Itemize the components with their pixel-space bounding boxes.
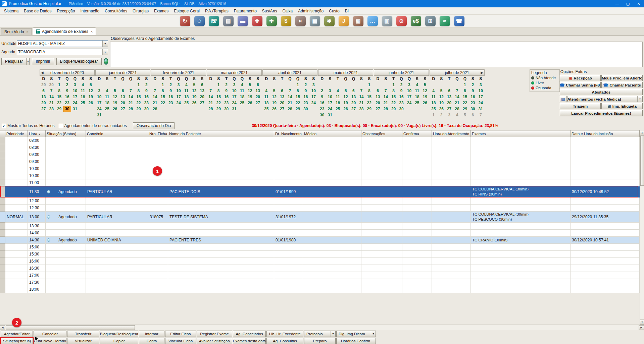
menu-item-administracao[interactable]: Administração	[295, 8, 326, 14]
calendar-day[interactable]: 16	[302, 94, 309, 100]
calendar-day[interactable]: 31	[71, 106, 79, 112]
action-registrar-exame-button[interactable]: Registrar Exame	[197, 331, 232, 337]
calendar-day[interactable]: 28	[286, 106, 294, 112]
calendar-day[interactable]: 1	[135, 82, 142, 88]
calendar-day[interactable]: 15	[390, 94, 397, 100]
calendar-day[interactable]: 7	[382, 88, 389, 94]
calendar-day[interactable]: 30	[318, 112, 326, 118]
menu-item-bi[interactable]: BI	[342, 8, 351, 14]
column-header-confirma[interactable]: Confirma	[402, 130, 432, 137]
calendar-day[interactable]: 30	[222, 106, 230, 112]
calendar-day[interactable]: 5	[87, 82, 95, 88]
calendar-day[interactable]: 7	[47, 88, 55, 94]
menu-item-estoque-geral[interactable]: Estoque Geral	[171, 8, 202, 14]
calendar-day[interactable]: 22	[461, 100, 469, 106]
calendar-day[interactable]: 5	[437, 88, 445, 94]
power-icon[interactable]: ⊙	[396, 16, 407, 26]
calendar-day[interactable]: 24	[326, 106, 334, 112]
calendar-day[interactable]: 30	[47, 82, 55, 88]
calendar-day[interactable]: 8	[135, 88, 142, 94]
calendar-day[interactable]: 20	[374, 100, 382, 106]
maximize-button[interactable]: ▢	[623, 0, 633, 7]
calendar-day[interactable]: 8	[55, 88, 63, 94]
calendar-day[interactable]: 7	[477, 112, 485, 118]
calendar-day[interactable]: 14	[47, 94, 55, 100]
calendar-day-selected[interactable]: 30	[63, 106, 71, 112]
calendar-day[interactable]: 5	[461, 112, 469, 118]
calendar-day[interactable]: 26	[437, 106, 445, 112]
calendar-day[interactable]: 21	[127, 100, 135, 106]
calendar-day[interactable]: 15	[55, 94, 63, 100]
calendar-day[interactable]: 23	[167, 100, 175, 106]
calendar-day[interactable]: 9	[167, 88, 175, 94]
calendar-day[interactable]: 22	[214, 100, 222, 106]
billing-gears-icon[interactable]: ✱	[324, 16, 335, 26]
calendar-day[interactable]: 7	[357, 88, 365, 94]
calendar-day[interactable]: 12	[87, 88, 95, 94]
extras-imp-etiqueta-button[interactable]: ⊞Imp. Etiqueta	[601, 103, 643, 109]
calendar-day[interactable]: 5	[421, 82, 429, 88]
menu-item-caixa[interactable]: Caixa	[280, 8, 296, 14]
column-header-observacoes[interactable]: Observações	[361, 130, 402, 137]
vertical-scrollbar[interactable]: ▲ ▼	[640, 130, 644, 325]
calendar-day[interactable]: 29	[214, 106, 222, 112]
calendar-day[interactable]: 4	[103, 88, 111, 94]
calendar-day[interactable]: 3	[175, 82, 182, 88]
calendar-day[interactable]: 26	[270, 106, 278, 112]
calendar-day[interactable]: 29	[294, 106, 302, 112]
scroll-right-icon[interactable]: ▶	[639, 325, 644, 330]
extras-atendimentos-ficha-medica-button[interactable]: Atendimentos (Ficha Médica)▼	[567, 96, 643, 102]
calendar-day[interactable]: 15	[135, 94, 142, 100]
action-exames-desta-data-button[interactable]: Exames desta data	[233, 338, 266, 344]
scroll-up-icon[interactable]: ▲	[640, 130, 644, 135]
horizontal-scrollbar[interactable]: ◀ ▶	[0, 325, 644, 330]
calendar-day[interactable]: 23	[469, 100, 477, 106]
menu-item-recepcao[interactable]: Recepção	[54, 8, 78, 14]
report-icon[interactable]: ▥	[382, 16, 392, 26]
calendar-next-button[interactable]: ▶	[481, 71, 483, 74]
calendar-day[interactable]: 11	[103, 94, 111, 100]
calendar-day[interactable]: 28	[382, 106, 389, 112]
documents-icon[interactable]: ▤	[223, 16, 234, 26]
calendar-day[interactable]: 9	[63, 88, 71, 94]
calendar-day[interactable]: 10	[71, 88, 79, 94]
calendar-day[interactable]: 4	[238, 82, 246, 88]
schedule-row-15-00[interactable]: 15:00	[0, 244, 640, 251]
action-avaliar-satisfacao-button[interactable]: Avaliar Satisfação	[197, 338, 232, 344]
calendar-day[interactable]: 22	[159, 100, 166, 106]
calendar-day[interactable]: 15	[294, 94, 302, 100]
calendar-day[interactable]: 27	[254, 100, 262, 106]
menu-item-exames[interactable]: Exames	[151, 8, 171, 14]
calendar-day[interactable]: 28	[47, 106, 55, 112]
calendar-day[interactable]: 5	[342, 88, 349, 94]
schedule-row-09-30[interactable]: 09:30	[0, 158, 640, 165]
calendar-day[interactable]: 22	[365, 100, 373, 106]
schedule-row-12-00[interactable]: 12:00	[0, 197, 640, 205]
calendar-day[interactable]: 22	[294, 100, 302, 106]
calendar-day[interactable]: 14	[286, 94, 294, 100]
calendar-day[interactable]: 11	[262, 94, 270, 100]
calendar-day[interactable]: 8	[365, 88, 373, 94]
calendar-day[interactable]: 13	[40, 94, 47, 100]
calendar-day[interactable]: 2	[397, 82, 405, 88]
calendar-day[interactable]: 14	[127, 94, 135, 100]
chevron-down-icon[interactable]: ▼	[371, 331, 376, 337]
column-header-nro-ficha[interactable]: Nro. Ficha	[148, 130, 168, 137]
menu-item-p-a-terapias[interactable]: P.A./Terapias	[202, 8, 231, 14]
calendar-day[interactable]: 10	[230, 88, 238, 94]
calendar-day[interactable]: 14	[382, 94, 389, 100]
scroll-left-icon[interactable]: ◀	[0, 325, 5, 330]
calendar-day[interactable]: 1	[159, 82, 166, 88]
calendar-day[interactable]: 31	[230, 106, 238, 112]
calendar-day[interactable]: 2	[63, 82, 71, 88]
calendar-day[interactable]: 6	[254, 82, 262, 88]
calendar-day[interactable]: 11	[183, 88, 190, 94]
calendar-day[interactable]: 1	[430, 112, 437, 118]
calendar-day[interactable]: 15	[461, 94, 469, 100]
calendar-day[interactable]: 28	[453, 106, 461, 112]
pesquisar-button[interactable]: Pesquisar	[1, 58, 27, 65]
calendar-day[interactable]: 18	[103, 100, 111, 106]
label-printer-icon[interactable]: ⊞	[425, 16, 436, 26]
calendar-day[interactable]: 8	[294, 88, 302, 94]
calendar-day[interactable]: 29	[40, 82, 47, 88]
